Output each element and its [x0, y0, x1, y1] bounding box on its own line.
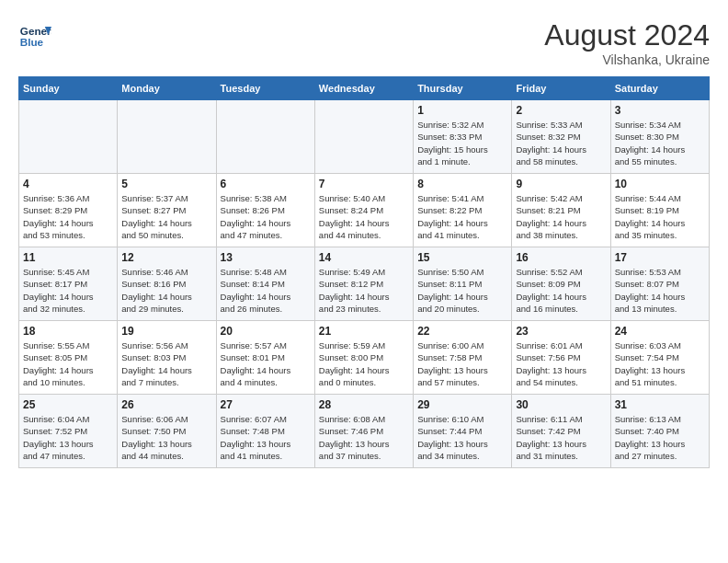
- day-info: Sunrise: 5:32 AM Sunset: 8:33 PM Dayligh…: [417, 119, 507, 167]
- day-info: Sunrise: 5:33 AM Sunset: 8:32 PM Dayligh…: [516, 119, 606, 167]
- day-number: 30: [516, 398, 606, 411]
- calendar-table: SundayMondayTuesdayWednesdayThursdayFrid…: [18, 76, 710, 468]
- day-number: 6: [221, 178, 311, 190]
- day-info: Sunrise: 5:40 AM Sunset: 8:24 PM Dayligh…: [319, 192, 409, 241]
- calendar-body: 1Sunrise: 5:32 AM Sunset: 8:33 PM Daylig…: [19, 100, 710, 468]
- day-info: Sunrise: 6:00 AM Sunset: 7:58 PM Dayligh…: [417, 339, 507, 388]
- day-number: 10: [615, 178, 705, 190]
- day-number: 17: [615, 251, 705, 264]
- weekday-header-wednesday: Wednesday: [314, 77, 413, 100]
- calendar-cell: 28Sunrise: 6:08 AM Sunset: 7:46 PM Dayli…: [314, 395, 413, 468]
- calendar-cell: 14Sunrise: 5:49 AM Sunset: 8:12 PM Dayli…: [314, 247, 413, 321]
- day-number: 21: [319, 325, 409, 338]
- calendar-week-1: 1Sunrise: 5:32 AM Sunset: 8:33 PM Daylig…: [19, 100, 710, 174]
- calendar-cell: 11Sunrise: 5:45 AM Sunset: 8:17 PM Dayli…: [19, 247, 118, 321]
- calendar-header: SundayMondayTuesdayWednesdayThursdayFrid…: [19, 77, 710, 100]
- day-number: 26: [121, 398, 211, 411]
- day-number: 24: [615, 325, 705, 338]
- day-number: 2: [516, 104, 606, 117]
- day-number: 4: [23, 178, 113, 190]
- day-number: 7: [319, 178, 409, 190]
- calendar-cell: 31Sunrise: 6:13 AM Sunset: 7:40 PM Dayli…: [610, 395, 709, 468]
- day-number: 22: [417, 325, 507, 338]
- calendar-cell: [19, 100, 118, 174]
- day-info: Sunrise: 5:41 AM Sunset: 8:22 PM Dayligh…: [417, 192, 507, 241]
- day-info: Sunrise: 5:34 AM Sunset: 8:30 PM Dayligh…: [615, 119, 705, 167]
- calendar-cell: 21Sunrise: 5:59 AM Sunset: 8:00 PM Dayli…: [314, 321, 413, 395]
- day-info: Sunrise: 5:36 AM Sunset: 8:29 PM Dayligh…: [23, 192, 113, 241]
- calendar-cell: 26Sunrise: 6:06 AM Sunset: 7:50 PM Dayli…: [118, 395, 216, 468]
- logo: General Blue: [18, 18, 51, 52]
- calendar-cell: 9Sunrise: 5:42 AM Sunset: 8:21 PM Daylig…: [512, 174, 610, 247]
- calendar-week-4: 18Sunrise: 5:55 AM Sunset: 8:05 PM Dayli…: [19, 321, 710, 395]
- weekday-header-tuesday: Tuesday: [216, 77, 314, 100]
- calendar-cell: 19Sunrise: 5:56 AM Sunset: 8:03 PM Dayli…: [118, 321, 216, 395]
- day-number: 11: [23, 251, 113, 264]
- day-info: Sunrise: 5:50 AM Sunset: 8:11 PM Dayligh…: [417, 266, 507, 315]
- calendar-cell: 10Sunrise: 5:44 AM Sunset: 8:19 PM Dayli…: [610, 174, 709, 247]
- calendar-cell: 2Sunrise: 5:33 AM Sunset: 8:32 PM Daylig…: [512, 100, 610, 174]
- day-number: 27: [221, 398, 311, 411]
- logo-icon: General Blue: [18, 18, 51, 52]
- day-number: 16: [516, 251, 606, 264]
- day-number: 18: [23, 325, 113, 338]
- day-number: 19: [121, 325, 211, 338]
- day-info: Sunrise: 5:52 AM Sunset: 8:09 PM Dayligh…: [516, 266, 606, 315]
- calendar-cell: 6Sunrise: 5:38 AM Sunset: 8:26 PM Daylig…: [216, 174, 314, 247]
- calendar-cell: 16Sunrise: 5:52 AM Sunset: 8:09 PM Dayli…: [512, 247, 610, 321]
- calendar-cell: 27Sunrise: 6:07 AM Sunset: 7:48 PM Dayli…: [216, 395, 314, 468]
- calendar-cell: 22Sunrise: 6:00 AM Sunset: 7:58 PM Dayli…: [414, 321, 512, 395]
- day-info: Sunrise: 6:10 AM Sunset: 7:44 PM Dayligh…: [417, 413, 507, 462]
- calendar-cell: 3Sunrise: 5:34 AM Sunset: 8:30 PM Daylig…: [610, 100, 709, 174]
- day-info: Sunrise: 5:55 AM Sunset: 8:05 PM Dayligh…: [23, 339, 113, 388]
- calendar-cell: 29Sunrise: 6:10 AM Sunset: 7:44 PM Dayli…: [414, 395, 512, 468]
- day-info: Sunrise: 5:57 AM Sunset: 8:01 PM Dayligh…: [221, 339, 311, 388]
- day-info: Sunrise: 6:03 AM Sunset: 7:54 PM Dayligh…: [615, 339, 705, 388]
- day-info: Sunrise: 6:06 AM Sunset: 7:50 PM Dayligh…: [121, 413, 211, 462]
- day-number: 3: [615, 104, 705, 117]
- day-info: Sunrise: 5:45 AM Sunset: 8:17 PM Dayligh…: [23, 266, 113, 315]
- day-number: 13: [221, 251, 311, 264]
- day-info: Sunrise: 5:48 AM Sunset: 8:14 PM Dayligh…: [221, 266, 311, 315]
- calendar-cell: [216, 100, 314, 174]
- weekday-header-row: SundayMondayTuesdayWednesdayThursdayFrid…: [19, 77, 710, 100]
- day-number: 25: [23, 398, 113, 411]
- weekday-header-friday: Friday: [512, 77, 610, 100]
- calendar-cell: 17Sunrise: 5:53 AM Sunset: 8:07 PM Dayli…: [610, 247, 709, 321]
- calendar-cell: 20Sunrise: 5:57 AM Sunset: 8:01 PM Dayli…: [216, 321, 314, 395]
- location-subtitle: Vilshanka, Ukraine: [544, 52, 710, 67]
- calendar-cell: 30Sunrise: 6:11 AM Sunset: 7:42 PM Dayli…: [512, 395, 610, 468]
- day-info: Sunrise: 5:42 AM Sunset: 8:21 PM Dayligh…: [516, 192, 606, 241]
- day-number: 14: [319, 251, 409, 264]
- day-info: Sunrise: 6:01 AM Sunset: 7:56 PM Dayligh…: [516, 339, 606, 388]
- day-number: 20: [221, 325, 311, 338]
- day-number: 15: [417, 251, 507, 264]
- day-number: 12: [121, 251, 211, 264]
- weekday-header-thursday: Thursday: [414, 77, 512, 100]
- svg-text:Blue: Blue: [20, 36, 44, 48]
- day-info: Sunrise: 5:56 AM Sunset: 8:03 PM Dayligh…: [121, 339, 211, 388]
- day-info: Sunrise: 6:13 AM Sunset: 7:40 PM Dayligh…: [615, 413, 705, 462]
- weekday-header-sunday: Sunday: [19, 77, 118, 100]
- calendar-cell: 7Sunrise: 5:40 AM Sunset: 8:24 PM Daylig…: [314, 174, 413, 247]
- calendar-cell: 8Sunrise: 5:41 AM Sunset: 8:22 PM Daylig…: [414, 174, 512, 247]
- day-number: 29: [417, 398, 507, 411]
- calendar-week-2: 4Sunrise: 5:36 AM Sunset: 8:29 PM Daylig…: [19, 174, 710, 247]
- day-number: 23: [516, 325, 606, 338]
- calendar-cell: 13Sunrise: 5:48 AM Sunset: 8:14 PM Dayli…: [216, 247, 314, 321]
- calendar-cell: 4Sunrise: 5:36 AM Sunset: 8:29 PM Daylig…: [19, 174, 118, 247]
- day-info: Sunrise: 5:49 AM Sunset: 8:12 PM Dayligh…: [319, 266, 409, 315]
- day-info: Sunrise: 5:44 AM Sunset: 8:19 PM Dayligh…: [615, 192, 705, 241]
- day-info: Sunrise: 5:53 AM Sunset: 8:07 PM Dayligh…: [615, 266, 705, 315]
- calendar-cell: [118, 100, 216, 174]
- calendar-cell: [314, 100, 413, 174]
- day-info: Sunrise: 5:38 AM Sunset: 8:26 PM Dayligh…: [221, 192, 311, 241]
- day-number: 31: [615, 398, 705, 411]
- page-header: General Blue August 2024 Vilshanka, Ukra…: [18, 18, 710, 67]
- day-info: Sunrise: 6:08 AM Sunset: 7:46 PM Dayligh…: [319, 413, 409, 462]
- calendar-cell: 1Sunrise: 5:32 AM Sunset: 8:33 PM Daylig…: [414, 100, 512, 174]
- calendar-cell: 5Sunrise: 5:37 AM Sunset: 8:27 PM Daylig…: [118, 174, 216, 247]
- day-number: 28: [319, 398, 409, 411]
- month-year-title: August 2024: [544, 18, 710, 52]
- day-info: Sunrise: 5:37 AM Sunset: 8:27 PM Dayligh…: [121, 192, 211, 241]
